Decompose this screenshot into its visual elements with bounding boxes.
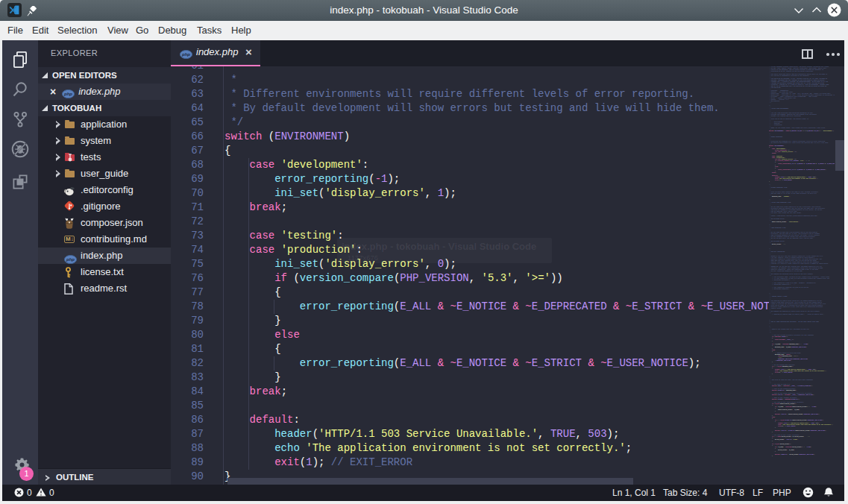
svg-text:php: php bbox=[181, 52, 190, 57]
svg-text:php: php bbox=[63, 92, 72, 96]
svg-text:php: php bbox=[66, 257, 75, 262]
